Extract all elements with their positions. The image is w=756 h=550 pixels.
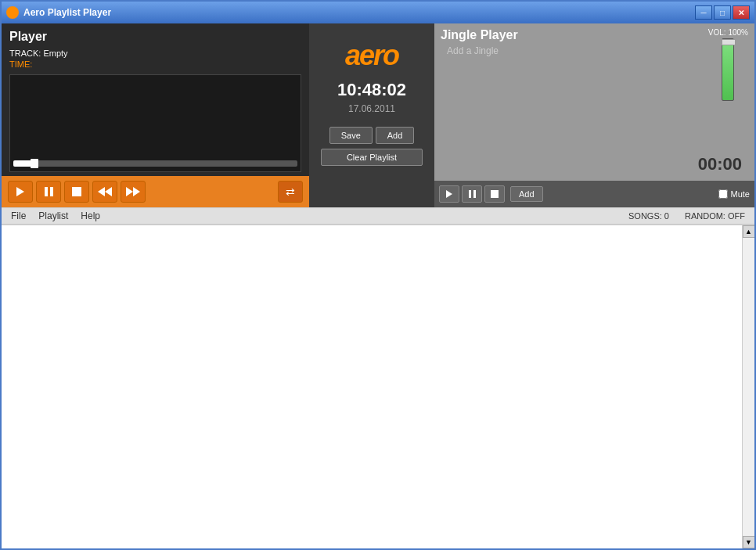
jingle-add-button[interactable]: Add [510,186,543,202]
top-section: Player TRACK: Empty TIME: [2,23,754,207]
mute-label: Mute [731,189,750,199]
jingle-controls: Add Mute [434,181,754,207]
vol-label: VOL: 100% [708,28,748,37]
track-label: TRACK: [9,49,41,58]
aero-logo: aero [345,23,398,80]
app-icon [6,6,19,19]
jingle-pause-icon [469,190,476,198]
menu-file[interactable]: File [5,209,32,223]
forward-tri-2 [133,187,140,196]
random-label: RANDOM: [685,211,725,221]
player-section: Player TRACK: Empty TIME: [2,23,309,207]
play-icon [16,187,24,196]
window-title: Aero Playlist Player [23,7,695,18]
menu-help[interactable]: Help [74,209,106,223]
window-controls: ─ □ ✕ [695,5,750,20]
scroll-track[interactable] [743,238,754,536]
menu-bar: File Playlist Help SONGS: 0 RANDOM: OFF [2,207,754,225]
status-bar: SONGS: 0 RANDOM: OFF [628,211,751,221]
play-button[interactable] [8,181,33,203]
track-info: TRACK: Empty [2,47,309,59]
pause-button[interactable] [36,181,61,203]
vol-slider-track[interactable] [722,38,734,101]
progress-thumb[interactable] [31,159,38,168]
stop-icon [72,187,81,196]
playlist-area: ▲ ▼ [2,225,754,548]
jingle-play-icon [446,190,452,198]
forward-button[interactable] [121,181,146,203]
pause-icon [45,187,53,196]
jingle-section: Jingle Player Add a Jingle VOL: 100% 00:… [434,23,754,207]
jingle-title: Jingle Player [441,28,518,42]
main-window: Aero Playlist Player ─ □ ✕ Player TRACK:… [0,0,756,550]
songs-count: SONGS: 0 [628,211,669,221]
mute-checkbox[interactable] [718,189,728,199]
jingle-header: Jingle Player Add a Jingle VOL: 100% [434,23,754,102]
jingle-pause-button[interactable] [462,185,482,203]
vol-slider-fill [722,39,733,100]
songs-value: 0 [664,211,669,221]
random-value: OFF [728,211,745,221]
mute-control: Mute [718,189,750,199]
time-label: TIME: [2,59,309,70]
waveform-display [9,74,301,172]
vol-slider-thumb[interactable] [722,39,736,45]
forward-icon [126,187,140,196]
songs-label: SONGS: [628,211,662,221]
close-button[interactable]: ✕ [733,5,750,20]
progress-bar[interactable] [13,160,297,167]
stop-button[interactable] [64,181,89,203]
maximize-button[interactable]: □ [714,5,731,20]
jingle-play-button[interactable] [439,185,459,203]
clear-playlist-button[interactable]: Clear Playlist [321,149,423,166]
random-status: RANDOM: OFF [685,211,745,221]
jingle-time-display: 00:00 [434,154,754,174]
jingle-pause-bar-left [469,190,471,198]
track-value: Empty [43,49,67,58]
scroll-down-arrow[interactable]: ▼ [743,536,755,548]
playlist-center: aero 10:48:02 17.06.2011 Save Add Clear … [309,23,434,207]
shuffle-button[interactable]: ⇄ [278,181,303,203]
rewind-tri-2 [105,187,112,196]
save-add-buttons: Save Add [329,127,415,144]
menu-playlist[interactable]: Playlist [32,209,74,223]
pause-bar-left [45,187,48,196]
vertical-scrollbar[interactable]: ▲ ▼ [742,225,754,548]
date-display: 17.06.2011 [348,103,395,114]
jingle-stop-button[interactable] [484,185,505,203]
rewind-icon [98,187,112,196]
rewind-tri-1 [98,187,105,196]
player-controls: ⇄ [2,176,309,207]
pause-bar-right [50,187,53,196]
volume-control: VOL: 100% [708,28,748,101]
clock-display: 10:48:02 [337,80,406,100]
jingle-stop-icon [491,190,499,198]
minimize-button[interactable]: ─ [695,5,712,20]
jingle-left: Jingle Player Add a Jingle [441,28,518,59]
title-bar: Aero Playlist Player ─ □ ✕ [2,2,754,23]
jingle-pause-bar-right [473,190,476,198]
jingle-add-hint: Add a Jingle [441,42,518,59]
rewind-button[interactable] [92,181,117,203]
add-button[interactable]: Add [376,127,415,144]
player-title: Player [2,23,309,47]
shuffle-icon: ⇄ [286,185,295,198]
forward-tri-1 [126,187,133,196]
scroll-up-arrow[interactable]: ▲ [743,225,755,238]
save-button[interactable]: Save [329,127,373,144]
